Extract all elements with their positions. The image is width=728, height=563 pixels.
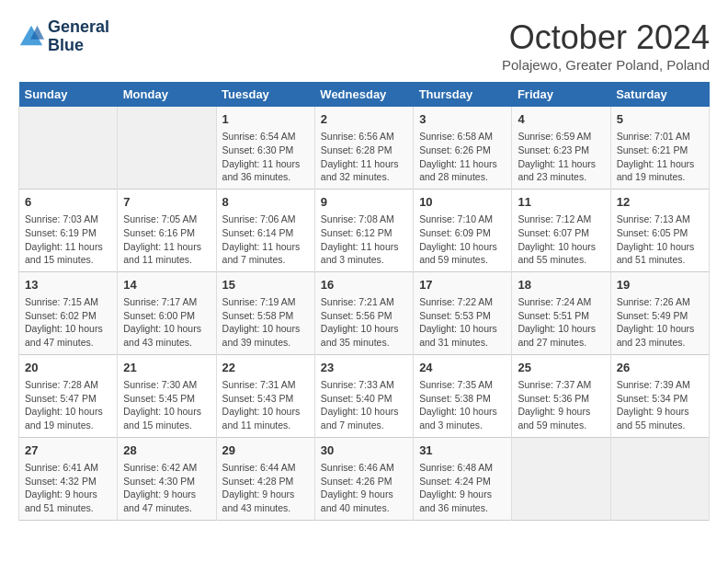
calendar-week-row: 6Sunrise: 7:03 AMSunset: 6:19 PMDaylight… [19, 189, 710, 271]
calendar-week-row: 1Sunrise: 6:54 AMSunset: 6:30 PMDaylight… [19, 107, 710, 189]
day-info: Sunrise: 6:56 AMSunset: 6:28 PMDaylight:… [321, 130, 407, 184]
calendar-cell [610, 437, 709, 520]
day-info: Sunrise: 7:30 AMSunset: 5:45 PMDaylight:… [123, 378, 210, 432]
day-number: 10 [419, 194, 506, 211]
month-title: October 2024 [502, 18, 710, 57]
calendar-cell: 5Sunrise: 7:01 AMSunset: 6:21 PMDaylight… [610, 107, 709, 189]
day-number: 24 [419, 360, 506, 376]
day-number: 26 [617, 360, 703, 376]
weekday-header-row: SundayMondayTuesdayWednesdayThursdayFrid… [19, 82, 710, 107]
calendar-cell [118, 107, 216, 189]
calendar-week-row: 13Sunrise: 7:15 AMSunset: 6:02 PMDayligh… [19, 271, 710, 354]
day-info: Sunrise: 7:37 AMSunset: 5:36 PMDaylight:… [518, 378, 604, 432]
day-info: Sunrise: 7:31 AMSunset: 5:43 PMDaylight:… [222, 378, 309, 432]
day-info: Sunrise: 7:26 AMSunset: 5:49 PMDaylight:… [617, 295, 703, 350]
day-info: Sunrise: 7:06 AMSunset: 6:14 PMDaylight:… [222, 213, 309, 267]
day-info: Sunrise: 6:58 AMSunset: 6:26 PMDaylight:… [419, 130, 506, 184]
calendar-cell: 2Sunrise: 6:56 AMSunset: 6:28 PMDaylight… [314, 107, 413, 189]
day-number: 12 [617, 194, 703, 211]
day-info: Sunrise: 6:41 AMSunset: 4:32 PMDaylight:… [25, 461, 111, 515]
calendar-cell: 20Sunrise: 7:28 AMSunset: 5:47 PMDayligh… [19, 354, 118, 437]
calendar-cell: 27Sunrise: 6:41 AMSunset: 4:32 PMDayligh… [19, 437, 118, 520]
calendar-cell: 31Sunrise: 6:48 AMSunset: 4:24 PMDayligh… [414, 437, 512, 520]
day-number: 18 [518, 277, 604, 293]
day-number: 3 [419, 111, 506, 128]
calendar-cell: 21Sunrise: 7:30 AMSunset: 5:45 PMDayligh… [118, 354, 216, 437]
calendar-cell: 7Sunrise: 7:05 AMSunset: 6:16 PMDaylight… [118, 189, 216, 271]
calendar-cell: 1Sunrise: 6:54 AMSunset: 6:30 PMDaylight… [216, 107, 314, 189]
day-info: Sunrise: 7:17 AMSunset: 6:00 PMDaylight:… [123, 295, 210, 350]
day-info: Sunrise: 7:03 AMSunset: 6:19 PMDaylight:… [25, 213, 111, 267]
calendar-cell: 17Sunrise: 7:22 AMSunset: 5:53 PMDayligh… [414, 271, 512, 354]
day-info: Sunrise: 7:05 AMSunset: 6:16 PMDaylight:… [123, 213, 210, 267]
weekday-header: Friday [512, 82, 610, 107]
day-info: Sunrise: 7:21 AMSunset: 5:56 PMDaylight:… [321, 295, 407, 350]
day-number: 11 [518, 194, 604, 211]
day-info: Sunrise: 6:46 AMSunset: 4:26 PMDaylight:… [321, 461, 407, 515]
day-number: 6 [25, 194, 111, 211]
calendar-cell: 22Sunrise: 7:31 AMSunset: 5:43 PMDayligh… [216, 354, 314, 437]
weekday-header: Thursday [414, 82, 512, 107]
day-number: 25 [518, 360, 604, 376]
day-info: Sunrise: 7:33 AMSunset: 5:40 PMDaylight:… [321, 378, 407, 432]
day-number: 19 [617, 277, 703, 293]
day-info: Sunrise: 6:59 AMSunset: 6:23 PMDaylight:… [518, 130, 604, 184]
weekday-header: Monday [118, 82, 216, 107]
calendar-cell: 25Sunrise: 7:37 AMSunset: 5:36 PMDayligh… [512, 354, 610, 437]
day-number: 14 [123, 277, 210, 293]
day-number: 9 [321, 194, 407, 211]
day-info: Sunrise: 6:44 AMSunset: 4:28 PMDaylight:… [222, 461, 309, 515]
calendar-cell: 13Sunrise: 7:15 AMSunset: 6:02 PMDayligh… [19, 271, 118, 354]
calendar-cell: 26Sunrise: 7:39 AMSunset: 5:34 PMDayligh… [610, 354, 709, 437]
calendar-cell: 16Sunrise: 7:21 AMSunset: 5:56 PMDayligh… [314, 271, 413, 354]
day-info: Sunrise: 7:28 AMSunset: 5:47 PMDaylight:… [25, 378, 111, 432]
logo-icon [18, 24, 44, 50]
weekday-header: Tuesday [216, 82, 314, 107]
day-number: 13 [25, 277, 111, 293]
day-number: 4 [518, 111, 604, 128]
day-number: 5 [617, 111, 703, 128]
calendar-cell [512, 437, 610, 520]
calendar-cell: 14Sunrise: 7:17 AMSunset: 6:00 PMDayligh… [118, 271, 216, 354]
calendar-cell: 15Sunrise: 7:19 AMSunset: 5:58 PMDayligh… [216, 271, 314, 354]
day-info: Sunrise: 7:01 AMSunset: 6:21 PMDaylight:… [617, 130, 703, 184]
calendar-cell: 4Sunrise: 6:59 AMSunset: 6:23 PMDaylight… [512, 107, 610, 189]
calendar-cell: 29Sunrise: 6:44 AMSunset: 4:28 PMDayligh… [216, 437, 314, 520]
calendar-cell: 28Sunrise: 6:42 AMSunset: 4:30 PMDayligh… [118, 437, 216, 520]
calendar-cell: 11Sunrise: 7:12 AMSunset: 6:07 PMDayligh… [512, 189, 610, 271]
day-info: Sunrise: 7:15 AMSunset: 6:02 PMDaylight:… [25, 295, 111, 350]
logo: General Blue [18, 18, 109, 55]
day-number: 15 [222, 277, 309, 293]
calendar-cell: 24Sunrise: 7:35 AMSunset: 5:38 PMDayligh… [414, 354, 512, 437]
day-number: 21 [123, 360, 210, 376]
day-number: 17 [419, 277, 506, 293]
day-number: 2 [321, 111, 407, 128]
day-number: 22 [222, 360, 309, 376]
weekday-header: Wednesday [314, 82, 413, 107]
day-number: 27 [25, 442, 111, 459]
day-info: Sunrise: 7:12 AMSunset: 6:07 PMDaylight:… [518, 213, 604, 267]
calendar-cell: 6Sunrise: 7:03 AMSunset: 6:19 PMDaylight… [19, 189, 118, 271]
calendar-cell: 8Sunrise: 7:06 AMSunset: 6:14 PMDaylight… [216, 189, 314, 271]
page-header: General Blue October 2024 Polajewo, Grea… [18, 18, 710, 73]
day-number: 1 [222, 111, 309, 128]
calendar-week-row: 27Sunrise: 6:41 AMSunset: 4:32 PMDayligh… [19, 437, 710, 520]
calendar-cell: 10Sunrise: 7:10 AMSunset: 6:09 PMDayligh… [414, 189, 512, 271]
day-info: Sunrise: 6:54 AMSunset: 6:30 PMDaylight:… [222, 130, 309, 184]
location: Polajewo, Greater Poland, Poland [502, 57, 710, 73]
calendar-cell: 30Sunrise: 6:46 AMSunset: 4:26 PMDayligh… [314, 437, 413, 520]
day-info: Sunrise: 7:24 AMSunset: 5:51 PMDaylight:… [518, 295, 604, 350]
calendar-cell: 3Sunrise: 6:58 AMSunset: 6:26 PMDaylight… [414, 107, 512, 189]
day-info: Sunrise: 7:10 AMSunset: 6:09 PMDaylight:… [419, 213, 506, 267]
calendar-cell: 23Sunrise: 7:33 AMSunset: 5:40 PMDayligh… [314, 354, 413, 437]
day-number: 23 [321, 360, 407, 376]
day-number: 8 [222, 194, 309, 211]
calendar-cell: 9Sunrise: 7:08 AMSunset: 6:12 PMDaylight… [314, 189, 413, 271]
day-info: Sunrise: 7:39 AMSunset: 5:34 PMDaylight:… [617, 378, 703, 432]
title-block: October 2024 Polajewo, Greater Poland, P… [502, 18, 710, 73]
day-number: 29 [222, 442, 309, 459]
day-info: Sunrise: 7:08 AMSunset: 6:12 PMDaylight:… [321, 213, 407, 267]
day-info: Sunrise: 7:19 AMSunset: 5:58 PMDaylight:… [222, 295, 309, 350]
logo-text: General Blue [48, 18, 109, 55]
day-number: 20 [25, 360, 111, 376]
